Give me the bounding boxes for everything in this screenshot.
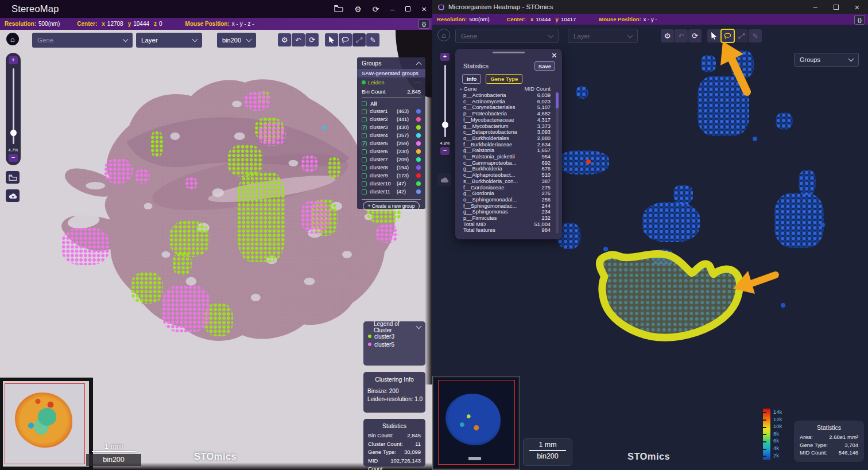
undo-button[interactable]: ↶ — [292, 33, 305, 46]
gene-dropdown[interactable]: Gene — [455, 29, 559, 43]
save-button[interactable]: Save — [534, 61, 555, 71]
lasso-tool-button[interactable] — [339, 33, 352, 46]
gene-row[interactable]: p__Actinobacteria6,039 — [455, 92, 562, 99]
gene-row[interactable]: o__Burkholderiales2,880 — [455, 135, 562, 142]
lasso-selection[interactable] — [599, 254, 739, 337]
cluster-row[interactable]: cluster6(230) — [357, 147, 425, 156]
cluster-color-dot[interactable] — [416, 189, 421, 194]
cluster-color-dot[interactable] — [416, 181, 421, 186]
cluster-row[interactable]: cluster1(463) — [357, 107, 425, 115]
checkbox[interactable]: ✓ — [362, 141, 367, 146]
col-mid-count[interactable]: MID Count — [525, 86, 551, 92]
groups-panel-header[interactable]: Groups — [357, 57, 425, 69]
settings-button[interactable]: ⚙ — [661, 29, 674, 42]
cluster-color-dot[interactable] — [416, 157, 421, 162]
checkbox[interactable] — [362, 109, 367, 114]
gene-dropdown[interactable]: Gene — [32, 33, 133, 48]
cluster-color-dot[interactable] — [416, 133, 421, 138]
cluster-row[interactable]: cluster9(173) — [357, 172, 425, 180]
coordinate-brackets-icon[interactable]: {} — [418, 19, 429, 29]
zoom-out-button[interactable]: − — [9, 154, 18, 162]
gene-row[interactable]: g__Sphingomonas234 — [455, 209, 562, 215]
zoom-thumb[interactable] — [442, 122, 448, 128]
maximize-button[interactable] — [405, 6, 410, 11]
groups-dropdown[interactable]: Groups — [794, 53, 859, 67]
minimize-button[interactable]: – — [390, 5, 394, 14]
checkbox[interactable] — [362, 189, 367, 195]
pointer-tool-button[interactable] — [325, 33, 338, 46]
home-button[interactable]: ⌂ — [437, 29, 450, 41]
checkbox[interactable] — [362, 181, 367, 187]
tab-gene-type[interactable]: Gene Type — [486, 74, 522, 84]
gene-row[interactable]: f__Mycobacteriaceae4,317 — [455, 117, 562, 123]
cluster-color-dot[interactable] — [416, 125, 421, 130]
more-options-button[interactable]: ··· — [414, 80, 421, 86]
cluster-row[interactable]: cluster2(441) — [357, 115, 425, 123]
zoom-in-button[interactable]: + — [9, 56, 18, 64]
cluster-row[interactable]: cluster8(194) — [357, 164, 425, 172]
pencil-tool-button[interactable]: ✎ — [749, 29, 762, 42]
minimap[interactable] — [0, 378, 93, 470]
pointer-tool-button[interactable] — [707, 29, 720, 42]
open-folder-icon[interactable] — [334, 4, 343, 14]
close-icon[interactable]: × — [552, 51, 557, 60]
tab-info[interactable]: Info — [462, 74, 481, 84]
drag-handle[interactable] — [493, 52, 525, 53]
close-button[interactable]: × — [421, 4, 427, 14]
gene-row[interactable]: c__Betaproteobacteria3,093 — [455, 129, 562, 135]
scrollbar-thumb[interactable] — [556, 92, 559, 108]
cluster-color-dot[interactable] — [416, 173, 421, 178]
gene-row[interactable]: c__Alphaproteobact...510 — [455, 172, 562, 178]
settings-button[interactable]: ⚙ — [278, 33, 291, 46]
layer-dropdown[interactable]: Layer — [568, 29, 638, 43]
bin-dropdown[interactable]: bin200 — [217, 33, 256, 48]
gene-row[interactable]: g__Burkholderia676 — [455, 166, 562, 172]
gene-row[interactable]: p__Proteobacteria4,682 — [455, 111, 562, 117]
cluster-row[interactable]: ✓cluster3(430) — [357, 123, 425, 131]
gene-row[interactable]: g__Gordonia275 — [455, 191, 562, 197]
cluster-row[interactable]: cluster10(47) — [357, 180, 425, 188]
gene-row[interactable]: s__Ralstonia_pickettii964 — [455, 154, 562, 160]
legend-header[interactable]: Legend of Cluster — [363, 321, 425, 332]
checkbox[interactable] — [362, 165, 367, 170]
cluster-color-dot[interactable] — [416, 117, 421, 122]
undo-button[interactable]: ↶ — [675, 29, 688, 42]
gene-row[interactable]: o__Sphingomonadal...256 — [455, 197, 562, 203]
sort-caret-icon[interactable]: ▴ — [460, 87, 462, 91]
checkbox[interactable] — [362, 173, 367, 178]
gene-row[interactable]: o__Corynebacteriales5,107 — [455, 104, 562, 111]
home-button[interactable]: ⌂ — [6, 33, 19, 45]
cluster-row[interactable]: cluster4(357) — [357, 131, 425, 139]
gene-row[interactable]: f__Gordoniaceae275 — [455, 185, 562, 191]
zoom-thumb[interactable] — [10, 130, 17, 136]
checkbox[interactable] — [362, 133, 367, 138]
node-edit-tool-button[interactable] — [735, 29, 748, 42]
gene-row[interactable]: c__Actinomycetia6,023 — [455, 99, 562, 105]
cluster-color-dot[interactable] — [416, 141, 421, 146]
cluster-row[interactable]: ✓cluster5(259) — [357, 139, 425, 147]
cluster-row[interactable]: cluster11(42) — [357, 188, 425, 196]
cloud-upload-button[interactable] — [6, 189, 20, 202]
node-edit-tool-button[interactable] — [352, 33, 366, 46]
col-gene[interactable]: Gene — [464, 86, 477, 92]
cluster-color-dot[interactable] — [416, 149, 421, 154]
zoom-slider[interactable]: + 4.7% − — [6, 53, 21, 165]
lasso-tool-button-active[interactable] — [721, 29, 734, 42]
reload-icon[interactable]: ⟳ — [373, 5, 379, 14]
gene-row[interactable]: g__Mycobacterium3,373 — [455, 123, 562, 130]
cluster-color-dot[interactable] — [416, 109, 421, 114]
refresh-button[interactable]: ⟳ — [688, 29, 702, 42]
gene-row[interactable]: f__Sphingomonadac...244 — [455, 203, 562, 209]
zoom-slider[interactable]: + 4.8% − — [437, 49, 452, 158]
pencil-tool-button[interactable]: ✎ — [366, 33, 379, 46]
layer-dropdown[interactable]: Layer — [136, 33, 202, 48]
cluster-row[interactable]: cluster7(209) — [357, 156, 425, 164]
zoom-track[interactable] — [13, 68, 14, 144]
checkbox[interactable] — [362, 157, 367, 162]
checkbox[interactable] — [362, 101, 367, 106]
gene-row[interactable]: c__Gammaproteoba...692 — [455, 160, 562, 166]
create-group-button[interactable]: + Create a new group — [363, 201, 420, 211]
gene-row[interactable]: f__Burkholderiaceae2,634 — [455, 142, 562, 148]
checkbox[interactable]: ✓ — [362, 125, 367, 130]
refresh-button[interactable]: ⟳ — [305, 33, 319, 46]
